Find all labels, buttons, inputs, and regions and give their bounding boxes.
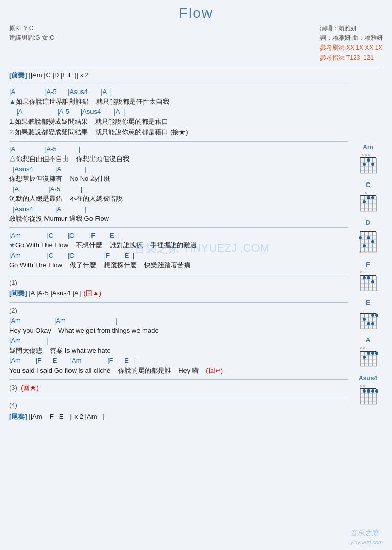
- svg-point-100: [367, 389, 370, 393]
- svg-point-87: [363, 356, 366, 359]
- verse1-section: |A |A-5 |Asus4 |A | ▲如果你說這世界誰對誰錯 就只能說都是任…: [9, 87, 348, 138]
- chord-f: F o: [358, 261, 378, 292]
- ref-fingering: 參考指法:T123_121: [320, 53, 383, 63]
- chord-asus4: Asus4 o o: [358, 375, 378, 405]
- header-left: 原KEY:C 建議男調:G 女:C: [9, 24, 54, 43]
- svg-point-56: [367, 276, 370, 279]
- svg-point-55: [363, 276, 366, 279]
- intro-line: [前奏] ||Am |C |D |F E || x 2: [9, 70, 317, 81]
- chorus-section: |Am |C |D |F E | ★Go With The Flow 不想什麼 …: [9, 231, 348, 271]
- divider-5: [9, 274, 348, 274]
- verse2-lyric1: △你想自由但不自由 你想出頭但沒自我: [9, 154, 317, 165]
- intro-section: [前奏] ||Am |C |D |F E || x 2: [9, 70, 348, 81]
- footer-watermark: 音乐之家 yinyuezj.com: [350, 529, 383, 546]
- singer: 演唱：賴雅妍: [320, 24, 383, 33]
- bridge-lyric3: You said I said Go flow is all cliché 你說…: [9, 365, 317, 376]
- section3: (3) (回★): [9, 383, 348, 394]
- verse1-lyric2b: 2.如果聽說都變成疑問結果 就只能說你罵的都是藉口 (接★): [9, 127, 317, 138]
- svg-text:o o: o o: [360, 346, 365, 350]
- verse2-lyric3: 沉默的人總是最錯 不在的人總被暗說: [9, 194, 317, 204]
- divider-2: [9, 84, 348, 84]
- verse2-lyric4: 敢說你從沒 Murmur 過我 Go Flow: [9, 214, 317, 224]
- svg-text:o o o: o o o: [362, 153, 371, 156]
- svg-point-11: [367, 158, 370, 162]
- chord-c: C o: [358, 181, 378, 212]
- footer-subtext: yinyuezj.com: [350, 539, 383, 545]
- divider-7: [9, 379, 348, 380]
- svg-text:o: o: [365, 191, 367, 194]
- chord-diagrams: Am o o o: [358, 144, 378, 405]
- verse1-chord2: |A |A-5 |Asus4 |A |: [9, 107, 317, 117]
- outro-chords: ||Am F E || x 2 |Am |: [29, 413, 104, 420]
- chord-f-diagram: o: [358, 269, 378, 292]
- svg-point-70: [363, 318, 366, 321]
- key-original: 原KEY:C: [9, 24, 54, 33]
- svg-text:o o: o o: [360, 384, 365, 387]
- chorus-lyric1: ★Go With The Flow 不想什麼 誰對誰愧疚 手裡握誰的難過: [9, 240, 317, 251]
- verse2-chord4: |Asus4 |A |: [9, 204, 317, 214]
- svg-point-27: [363, 200, 366, 203]
- bridge-chord1: |Am |Am |: [9, 316, 317, 326]
- verse2-chord2: |Asus4 |A |: [9, 165, 317, 174]
- svg-point-72: [371, 322, 374, 325]
- chord-am-diagram: o o o: [358, 152, 378, 174]
- interlude-chords: |A |A-5 |Asus4 |A | (回▲): [29, 289, 101, 297]
- page-title: Flow: [9, 5, 383, 21]
- svg-point-99: [363, 389, 366, 393]
- bridge-lyric2: 疑問太傷悲 答案 is what we hate: [9, 346, 317, 356]
- main-content: Am o o o: [9, 70, 383, 422]
- interlude-label: (1): [9, 278, 317, 288]
- svg-point-69: [375, 314, 378, 317]
- verse1-lyric1: ▲如果你說這世界誰對誰錯 就只能說都是任性太自我: [9, 97, 317, 107]
- svg-point-71: [367, 322, 370, 325]
- svg-point-41: [371, 240, 374, 243]
- intro-bracket: [前奏]: [9, 71, 27, 79]
- chord-c-diagram: o: [358, 190, 378, 212]
- intro-chords: ||Am |C |D |F E || x 2: [29, 71, 89, 79]
- chord-d-diagram: 2: [358, 227, 378, 254]
- footer-text: 音乐之家: [350, 529, 379, 537]
- svg-point-42: [363, 244, 366, 247]
- verse1-lyric2a: 1.如果聽說都變成疑問結果 就只能說你罵的都是藉口: [9, 117, 317, 127]
- svg-point-25: [367, 196, 370, 199]
- divider-6: [9, 302, 348, 303]
- bridge-section: (2) |Am |Am | Hey you Okay What we got f…: [9, 306, 348, 376]
- bridge-chord2: |Am |: [9, 336, 317, 346]
- divider-3: [9, 141, 348, 142]
- bridge-label: (2): [9, 306, 317, 316]
- svg-text:2: 2: [359, 251, 361, 254]
- chord-e-diagram: [358, 307, 378, 330]
- bridge-chord3: |Am |F E |Am |F E |: [9, 356, 317, 365]
- verse1-chord1: |A |A-5 |Asus4 |A |: [9, 87, 317, 97]
- chord-asus4-diagram: o o: [358, 383, 378, 405]
- svg-point-26: [371, 196, 374, 199]
- divider-4: [9, 227, 348, 228]
- svg-point-57: [371, 280, 374, 283]
- chorus-chord2: |Am |C |D |F E |: [9, 251, 317, 260]
- section4-label: (4): [9, 400, 317, 411]
- svg-point-86: [375, 352, 378, 355]
- svg-point-13: [371, 163, 374, 166]
- svg-point-68: [371, 314, 374, 317]
- outro-section: (4) [尾奏] ||Am F E || x 2 |Am |: [9, 400, 348, 422]
- ref-strumming: 參考刷法:XX 1X XX 1X: [320, 43, 383, 53]
- chorus-lyric2: Go With The Flow 做了什麼 想窺探什麼 快樂踐踏著苦痛: [9, 260, 317, 271]
- chord-e: E: [358, 299, 378, 330]
- interlude-line: [間奏] |A |A-5 |Asus4 |A | (回▲): [9, 288, 317, 299]
- key-suggestion: 建議男調:G 女:C: [9, 33, 54, 43]
- outro-line: [尾奏] ||Am F E || x 2 |Am |: [9, 411, 317, 422]
- svg-point-85: [371, 352, 374, 355]
- svg-point-102: [375, 389, 378, 393]
- chord-a-diagram: o o: [358, 345, 378, 368]
- page: Flow 原KEY:C 建議男調:G 女:C 演唱：賴雅妍 詞：賴雅妍 曲：賴雅…: [0, 0, 392, 550]
- bridge-lyric1: Hey you Okay What we got from things we …: [9, 326, 317, 336]
- section3-label: (3) (回★): [9, 383, 317, 394]
- chord-am: Am o o o: [358, 144, 378, 174]
- svg-point-39: [359, 236, 362, 239]
- chord-d: D 2: [358, 219, 378, 254]
- svg-text:o: o: [360, 270, 362, 274]
- divider-1: [9, 66, 383, 66]
- chorus-chord1: |Am |C |D |F E |: [9, 231, 317, 240]
- header-right: 演唱：賴雅妍 詞：賴雅妍 曲：賴雅妍 參考刷法:XX 1X XX 1X 參考指法…: [320, 24, 383, 63]
- svg-point-101: [371, 389, 374, 393]
